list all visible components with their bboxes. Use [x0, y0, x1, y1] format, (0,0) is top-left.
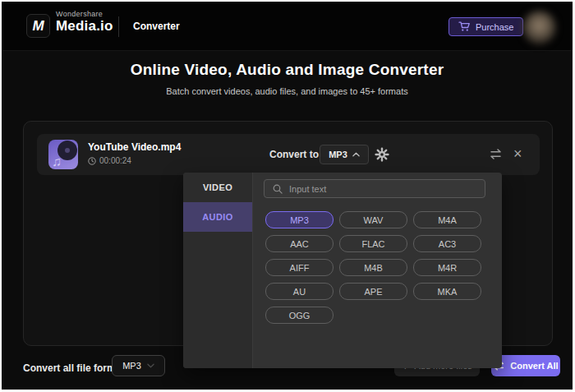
purchase-label: Purchase — [476, 22, 513, 32]
format-option-aac[interactable]: AAC — [265, 235, 334, 252]
format-option-wav[interactable]: WAV — [339, 211, 407, 228]
clock-icon — [88, 157, 96, 165]
convert-to-label: Convert to — [269, 149, 319, 160]
format-select-value: MP3 — [329, 150, 347, 159]
mediaio-converter-app: M Wondershare Media.io Converter Purchas… — [2, 2, 573, 390]
format-option-flac[interactable]: FLAC — [339, 235, 407, 252]
convert-all-format-value: MP3 — [122, 361, 141, 371]
nav-divider — [118, 16, 119, 37]
file-duration: 00:00:24 — [88, 156, 131, 165]
user-avatar[interactable] — [522, 11, 556, 44]
duration-text: 00:00:24 — [99, 156, 131, 165]
format-option-ogg[interactable]: OGG — [265, 307, 334, 324]
format-panel-content: MP3 WAV M4A AAC FLAC AC3 AIFF M4B M4R AU… — [253, 173, 502, 368]
chevron-down-icon — [147, 363, 154, 368]
music-note-icon: ♫ — [52, 154, 62, 169]
format-option-m4b[interactable]: M4B — [339, 259, 407, 276]
format-option-ape[interactable]: APE — [339, 283, 407, 300]
screenshot-frame: M Wondershare Media.io Converter Purchas… — [0, 0, 575, 392]
format-search-input[interactable] — [289, 184, 476, 194]
format-option-mp3[interactable]: MP3 — [265, 211, 334, 228]
file-thumbnail: ♫ — [48, 140, 78, 169]
format-option-m4a[interactable]: M4A — [413, 211, 481, 228]
brand-mediaio: Media.io — [56, 19, 113, 35]
format-dropdown-panel: VIDEO AUDIO MP3 WAV M4A AAC FLAC AC3 — [183, 173, 502, 368]
nav-item-converter[interactable]: Converter — [133, 21, 180, 32]
format-option-mka[interactable]: MKA — [413, 283, 481, 300]
format-select-dropdown[interactable]: MP3 — [320, 145, 369, 164]
convert-all-format-select[interactable]: MP3 — [112, 355, 165, 376]
page-subtitle: Batch convert videos, audio files, and i… — [2, 86, 573, 96]
brand[interactable]: Wondershare Media.io — [56, 11, 113, 35]
wondershare-logo-icon[interactable]: M — [26, 14, 50, 38]
header-bar: M Wondershare Media.io Converter Purchas… — [2, 2, 573, 51]
tab-audio[interactable]: AUDIO — [183, 202, 252, 232]
purchase-button[interactable]: Purchase — [448, 17, 523, 36]
swap-convert-icon[interactable] — [489, 149, 503, 159]
search-icon — [273, 184, 283, 194]
format-option-m4r[interactable]: M4R — [413, 259, 481, 276]
tab-video[interactable]: VIDEO — [183, 173, 252, 202]
settings-gear-icon[interactable] — [375, 147, 389, 162]
format-option-au[interactable]: AU — [265, 283, 334, 300]
file-name: YouTube Video.mp4 — [88, 141, 181, 153]
file-row: ♫ YouTube Video.mp4 00:00:24 Convert to … — [37, 134, 540, 175]
chevron-up-icon — [352, 152, 360, 157]
close-icon[interactable]: × — [513, 142, 522, 166]
format-option-aiff[interactable]: AIFF — [265, 259, 334, 276]
format-category-tabs: VIDEO AUDIO — [183, 173, 253, 368]
cart-icon — [458, 21, 471, 32]
page-title: Online Video, Audio and Image Converter — [2, 61, 573, 79]
convert-all-label: Convert All — [510, 361, 558, 371]
format-search-box — [264, 179, 485, 198]
format-option-ac3[interactable]: AC3 — [413, 235, 481, 252]
format-grid: MP3 WAV M4A AAC FLAC AC3 AIFF M4B M4R AU… — [265, 211, 494, 324]
